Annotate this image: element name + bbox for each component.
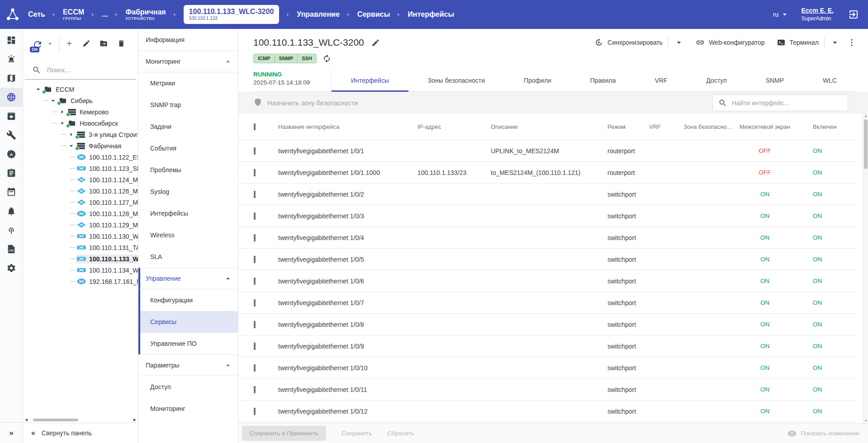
breadcrumb-network[interactable]: Сеть <box>28 10 45 19</box>
edit-button[interactable] <box>82 39 90 50</box>
column-header-name[interactable]: Название интерфейса <box>278 123 417 130</box>
interface-row[interactable]: twentyfivegigabitethernet 1/0/1.1000100.… <box>238 162 856 184</box>
interface-row[interactable]: twentyfivegigabitethernet 1/0/5switchpor… <box>238 249 856 270</box>
tree-node-dev-130[interactable]: 100.110.1.130_WLC- <box>23 231 138 242</box>
tree-node-dev-123[interactable]: 100.110.1.123_SMG- <box>23 163 138 174</box>
row-checkbox[interactable] <box>254 343 256 350</box>
scrollbar-thumb[interactable] <box>864 119 868 169</box>
rail-item-map[interactable] <box>0 69 23 88</box>
menu-item-problems[interactable]: Проблемы <box>138 159 238 181</box>
interface-row[interactable]: twentyfivegigabitethernet 1/0/6switchpor… <box>238 270 856 292</box>
refresh-dropdown-icon[interactable] <box>47 40 53 49</box>
tab-wlc[interactable]: WLC <box>803 70 856 91</box>
row-checkbox[interactable] <box>254 386 256 393</box>
tree-node-eccm[interactable]: ECCM <box>23 84 138 95</box>
row-checkbox[interactable] <box>254 278 256 285</box>
rail-item-monitoring[interactable] <box>0 221 23 240</box>
scroll-left-icon[interactable]: ◀ <box>25 418 28 422</box>
interface-row[interactable]: twentyfivegigabitethernet 1/0/2switchpor… <box>238 184 856 205</box>
eccm-logo-icon[interactable] <box>5 7 20 22</box>
tree-node-novosibirsk[interactable]: Новосибирск <box>23 118 138 129</box>
tree-node-dev-134[interactable]: 100.110.1.134_WLC- <box>23 264 138 276</box>
interface-row[interactable]: twentyfivegigabitethernet 1/0/12switchpo… <box>238 401 856 422</box>
tab-security-zones[interactable]: Зоны безопасности <box>408 70 504 91</box>
menu-item-parameters[interactable]: Параметры <box>138 354 238 376</box>
logout-icon[interactable] <box>848 9 859 20</box>
save-and-apply-button[interactable]: Сохранить и Применить <box>242 426 326 441</box>
tree-node-dev-126[interactable]: 100.110.1.126_MES2 <box>23 185 138 197</box>
breadcrumb-interfaces[interactable]: Интерфейсы <box>408 10 454 19</box>
rail-item-notifications[interactable] <box>0 202 23 221</box>
user-menu[interactable]: Eccm E. E. SuperAdmin <box>801 6 834 23</box>
collapse-panel-button[interactable]: « Свернуть панель <box>23 423 138 443</box>
show-changes-button[interactable]: Показать изменения <box>787 429 859 438</box>
web-configurator-button[interactable]: Web-конфигуратор <box>696 38 764 47</box>
menu-item-snmp-trap[interactable]: SNMP trap <box>138 94 238 116</box>
tree-node-fabrichnaya[interactable]: Фабричная <box>23 140 138 151</box>
sync-dropdown-icon[interactable] <box>674 38 684 47</box>
menu-item-configurations[interactable]: Конфигурации <box>138 289 238 311</box>
delete-button[interactable] <box>117 39 125 50</box>
rail-item-dashboard[interactable] <box>0 31 23 50</box>
interface-row[interactable]: twentyfivegigabitethernet 1/0/7switchpor… <box>238 292 856 314</box>
interface-row[interactable]: twentyfivegigabitethernet 1/0/8switchpor… <box>238 314 856 335</box>
column-header-ip[interactable]: IP-адрес <box>417 123 491 130</box>
row-checkbox[interactable] <box>254 256 256 263</box>
add-group-button[interactable] <box>65 39 73 50</box>
breadcrumb-eccm-groups[interactable]: ECCMГРУППЫ <box>63 8 84 21</box>
tree-node-stroiteley-st[interactable]: 3-я улица Строителе <box>23 129 138 140</box>
column-header-vrf[interactable]: VRF <box>649 123 683 130</box>
interface-row[interactable]: twentyfivegigabitethernet 1/0/1UPLINK_to… <box>238 140 856 162</box>
table-vertical-scrollbar[interactable]: ▲ ▼ <box>863 113 868 423</box>
menu-item-monitoring[interactable]: Мониторинг <box>138 51 238 72</box>
menu-item-access[interactable]: Доступ <box>138 376 238 398</box>
interface-row[interactable]: twentyfivegigabitethernet 1/0/11switchpo… <box>238 379 856 401</box>
breadcrumb-management[interactable]: Управление <box>297 10 340 19</box>
row-checkbox[interactable] <box>254 191 256 198</box>
row-checkbox[interactable] <box>254 212 256 220</box>
tab-vrf[interactable]: VRF <box>635 70 687 91</box>
row-checkbox[interactable] <box>254 299 256 306</box>
refresh-protocols-icon[interactable] <box>323 54 331 63</box>
menu-item-interfaces[interactable]: Интерфейсы <box>138 203 238 224</box>
menu-item-syslog[interactable]: Syslog <box>138 181 238 203</box>
breadcrumb-current-device[interactable]: 100.110.1.133_WLC-3200100.110.1.133 <box>184 5 280 24</box>
menu-item-sla[interactable]: SLA <box>138 246 238 268</box>
row-checkbox[interactable] <box>254 234 256 241</box>
breadcrumb-collapsed[interactable]: ... <box>102 10 108 19</box>
expand-panel-button[interactable]: » <box>0 422 23 443</box>
assign-zone-button[interactable]: Назначить зону безопасности <box>253 98 358 108</box>
save-button[interactable]: Сохранить <box>342 430 372 437</box>
breadcrumb-fabrichnaya-devices[interactable]: ФабричнаяУСТРОЙСТВА <box>125 8 166 21</box>
synchronize-button[interactable]: Синхронизировать <box>594 38 663 47</box>
terminal-button[interactable]: Терминал <box>777 38 819 47</box>
interface-row[interactable]: twentyfivegigabitethernet 1/0/3switchpor… <box>238 205 856 227</box>
tree-expanded-icon[interactable] <box>34 85 43 94</box>
column-header-description[interactable]: Описание <box>491 123 607 130</box>
menu-item-tasks[interactable]: Задачи <box>138 116 238 137</box>
tree-node-dev-124[interactable]: 100.110.1.124_MES2 <box>23 174 138 185</box>
menu-item-software[interactable]: Управление ПО <box>138 333 238 354</box>
language-selector[interactable]: ru <box>773 10 789 19</box>
scroll-down-icon[interactable]: ▼ <box>863 418 868 423</box>
menu-item-wireless[interactable]: Wireless <box>138 224 238 246</box>
tree-node-kemerovo[interactable]: Кемерово <box>23 106 138 118</box>
tab-snmp[interactable]: SNMP <box>746 70 803 91</box>
row-checkbox[interactable] <box>254 321 256 328</box>
rail-item-alerts[interactable] <box>0 50 23 69</box>
menu-item-metrics[interactable]: Метрики <box>138 72 238 94</box>
menu-item-services[interactable]: Сервисы <box>138 311 238 333</box>
auto-refresh-button[interactable]: 1m <box>32 39 43 50</box>
menu-item-monitoring-settings[interactable]: Мониторинг <box>138 398 238 419</box>
tree-collapsed-icon[interactable] <box>58 108 66 116</box>
terminal-dropdown-icon[interactable] <box>830 38 840 47</box>
tree-node-dev-161[interactable]: 192.168.17.161_MES <box>23 276 138 287</box>
tree-search-input[interactable] <box>47 66 124 74</box>
tree-horizontal-scrollbar[interactable]: ◀ ▶ <box>23 417 138 423</box>
column-header-firewall[interactable]: Межсетевой экран <box>738 123 797 131</box>
column-header-mode[interactable]: Режим <box>607 123 649 130</box>
breadcrumb-services[interactable]: Сервисы <box>357 10 390 19</box>
rail-item-network[interactable] <box>0 88 23 107</box>
interface-row[interactable]: twentyfivegigabitethernet 1/0/9switchpor… <box>238 335 856 357</box>
column-header-enabled[interactable]: Включен <box>797 123 856 130</box>
